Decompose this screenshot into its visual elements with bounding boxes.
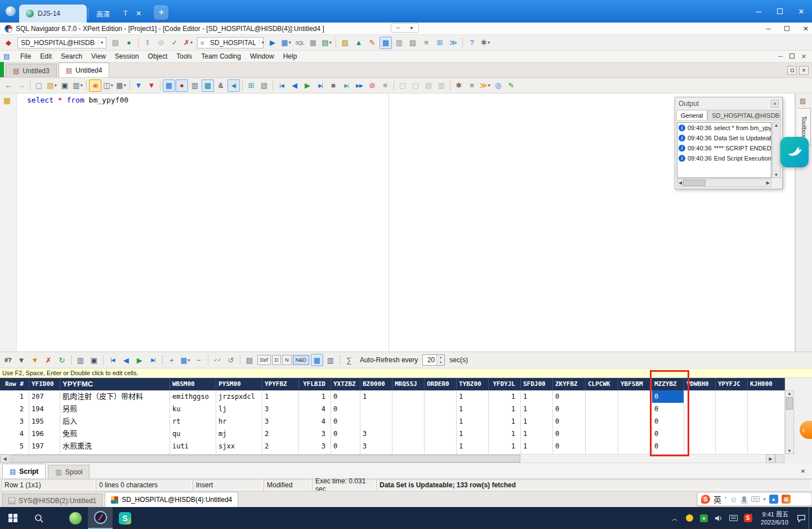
grid-cell[interactable]	[586, 428, 618, 440]
grid-cell[interactable]: rt	[170, 415, 216, 428]
grid-horizontal-scrollbar[interactable]: ◀ ▶	[0, 454, 812, 463]
grid-cell[interactable]	[684, 428, 716, 440]
grid-cell[interactable]: 3	[262, 403, 299, 415]
grid-cell[interactable]	[360, 403, 392, 415]
grid-cell[interactable]: 1	[262, 390, 299, 403]
grid-edit-icon[interactable]: ▦	[163, 79, 175, 92]
menu-file[interactable]: File	[16, 51, 35, 63]
publish-icon[interactable]: ▲	[353, 37, 365, 49]
taskbar-app-s[interactable]: S	[113, 507, 137, 529]
grid-cell[interactable]	[392, 440, 425, 452]
column-header[interactable]: SFDJ00	[521, 378, 553, 390]
grid-cell[interactable]: 1	[521, 440, 553, 452]
open-file-icon[interactable]: ▤▾	[46, 79, 58, 92]
scrollbar-track[interactable]	[10, 454, 766, 463]
grid-cell[interactable]: 1	[0, 390, 29, 403]
column-header[interactable]: KJH000	[748, 378, 785, 390]
close-doc-button[interactable]: ✕	[799, 66, 809, 75]
back-icon[interactable]: ←	[2, 79, 15, 92]
revert-edits-icon[interactable]: ↺	[225, 354, 237, 366]
grid-cell[interactable]: 2	[0, 403, 29, 415]
menu-session[interactable]: Session	[110, 51, 144, 63]
grid-view-icon[interactable]: ▦	[311, 354, 323, 366]
ime-indicator-button[interactable]	[726, 507, 740, 529]
menu-window[interactable]: Window	[246, 51, 279, 63]
output-vertical-scrollbar[interactable]: ▲ ▼	[772, 122, 780, 178]
pause-icon[interactable]: ‖	[141, 37, 154, 49]
break-icon[interactable]: ⊘	[366, 79, 378, 92]
column-header[interactable]: YPYFBZ	[262, 378, 299, 390]
grid-cell[interactable]: 1	[457, 390, 489, 403]
grid-vertical-scrollbar[interactable]: ▲ ▼	[785, 390, 794, 454]
column-header[interactable]: YPYFMC	[60, 378, 170, 390]
chevron-down-icon[interactable]: ▾	[190, 40, 193, 45]
grid-cell[interactable]: 1	[521, 415, 553, 428]
grid-cell[interactable]: 4	[299, 403, 331, 415]
grid-cell[interactable]	[360, 415, 392, 428]
last-record-icon[interactable]: ▶|	[314, 79, 327, 92]
app-close-button[interactable]: ✕	[803, 25, 809, 33]
grid-filter-label[interactable]: #?	[2, 357, 14, 363]
column-header[interactable]: Row #	[0, 378, 29, 390]
connection-icon[interactable]: ◆	[2, 37, 15, 49]
grid-cell[interactable]: iuti	[170, 440, 216, 452]
settings-icon[interactable]: ✱▾	[479, 37, 492, 49]
app-restore-button[interactable]	[784, 25, 789, 33]
window-minimize-button[interactable]: ─	[748, 0, 769, 23]
grid-cell[interactable]: 195	[29, 415, 60, 428]
grid-cell[interactable]	[684, 390, 716, 403]
grid-cell[interactable]	[425, 440, 457, 452]
grid-cell[interactable]: mj	[216, 428, 262, 440]
column-header[interactable]: YPYFJC	[716, 378, 748, 390]
mdi-restore-button[interactable]	[789, 53, 795, 60]
grid-cell[interactable]: 1	[457, 440, 489, 452]
output-log-entry[interactable]: i09:40:36End Script Execution	[677, 153, 771, 163]
grid-cell[interactable]: 0	[652, 390, 684, 403]
grid-cell[interactable]	[425, 415, 457, 428]
chevron-down-icon[interactable]: ▾	[188, 358, 190, 363]
stop-exec-icon[interactable]: ■	[327, 79, 340, 92]
grid-cell[interactable]: 0	[553, 390, 586, 403]
grid-cell[interactable]	[425, 390, 457, 403]
grid-cell[interactable]: 197	[29, 440, 60, 452]
grid-cell[interactable]: hr	[216, 415, 262, 428]
grid-cell[interactable]	[716, 440, 748, 452]
next-row-icon[interactable]: ▶	[133, 354, 146, 366]
grid-cell[interactable]: 3	[360, 428, 392, 440]
tray-expand-button[interactable]: ︿	[667, 507, 682, 529]
sogou-tray-button[interactable]: S	[740, 507, 755, 529]
result-grid-icon[interactable]: ▦▾	[280, 37, 292, 49]
grid-cell[interactable]	[748, 390, 785, 403]
column-header[interactable]: YXTZBZ	[331, 378, 360, 390]
scroll-down-icon[interactable]: ▼	[787, 448, 792, 454]
close-panel-button[interactable]: ✕	[798, 466, 807, 475]
insert-row-icon[interactable]: +	[166, 354, 178, 366]
start-button[interactable]	[0, 507, 26, 529]
grid-cell[interactable]	[716, 415, 748, 428]
toggle-d[interactable]: D	[272, 355, 282, 365]
grid-cell[interactable]: 0	[331, 390, 360, 403]
transform-icon[interactable]: ▧	[258, 79, 270, 92]
tray-icon-green[interactable]: ▲	[697, 507, 711, 529]
show-desktop-button[interactable]	[809, 507, 812, 529]
scroll-left-icon[interactable]: ◀	[0, 454, 10, 463]
column-header[interactable]: YBFSBM	[618, 378, 652, 390]
record-icon[interactable]: ●	[176, 79, 188, 92]
scroll-up-icon[interactable]: ▲	[787, 391, 792, 396]
chart-icon[interactable]: ▧	[339, 37, 351, 49]
doc-info-icon[interactable]: ▥	[435, 79, 448, 92]
grid-cell[interactable]	[392, 428, 425, 440]
toggle-def[interactable]: Def	[257, 355, 271, 365]
grid-cell[interactable]: jrzspxdcl	[216, 390, 262, 403]
doc-tab-untitled3[interactable]: ▤ Untitled3	[6, 64, 57, 77]
tab-spool[interactable]: ▥ Spool	[48, 465, 90, 478]
output-horizontal-scrollbar[interactable]: ◀ ▶	[677, 179, 771, 187]
taskbar-clock[interactable]: 9:41 周五 2022/6/10	[755, 510, 794, 526]
grid-cell[interactable]: emithggso	[170, 390, 216, 403]
edit-data-icon[interactable]: ▦▾	[115, 79, 127, 92]
post-edits-icon[interactable]: ✓✓	[211, 354, 224, 366]
sql-analyze-icon[interactable]: ▨	[407, 37, 419, 49]
menu-object[interactable]: Object	[144, 51, 172, 63]
grid-cell[interactable]	[748, 428, 785, 440]
chevron-down-icon[interactable]: ▾	[98, 40, 103, 45]
